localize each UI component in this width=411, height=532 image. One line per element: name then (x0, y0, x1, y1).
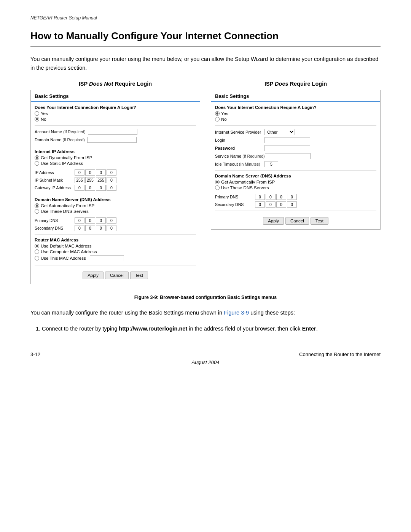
apply-button-right[interactable]: Apply (263, 217, 284, 225)
dns-auto-radio-left: Get Automatically From ISP (35, 203, 196, 208)
gateway-label: Gateway IP Address (35, 185, 75, 190)
mac-computer-icon[interactable] (35, 249, 39, 254)
pdns-box-4[interactable]: 0 (107, 217, 116, 224)
rsdns-box-3[interactable]: 0 (276, 201, 286, 208)
ip-address-row: IP Address 0 0 0 0 (35, 169, 196, 176)
dns-manual-icon-left[interactable] (35, 209, 39, 214)
ip-box-2[interactable]: 0 (85, 169, 95, 176)
isp-select[interactable]: Other (264, 129, 295, 135)
rpdns-box-1[interactable]: 0 (255, 194, 265, 200)
cancel-button-right[interactable]: Cancel (285, 217, 309, 225)
dns-section-left: Domain Name Server (DNS) Address Get Aut… (35, 197, 196, 214)
password-input[interactable] (264, 145, 310, 151)
radio-use-static-icon[interactable] (35, 161, 39, 166)
sdns-box-1[interactable]: 0 (75, 225, 84, 231)
radio-get-dynamically-icon[interactable] (35, 155, 39, 160)
dns-manual-radio-left: Use These DNS Servers (35, 209, 196, 214)
primary-dns-row-right: Primary DNS 0 0 0 0 (215, 194, 376, 200)
page-title: How to Manually Configure Your Internet … (30, 30, 381, 42)
dns-auto-radio-right: Get Automatically From ISP (215, 180, 376, 184)
sdns-box-2[interactable]: 0 (85, 225, 95, 231)
figure-right: ISP Does Require Login Basic Settings Do… (211, 81, 381, 284)
gateway-box-3[interactable]: 0 (96, 185, 106, 191)
buttons-row-right: Apply Cancel Test (215, 214, 376, 226)
mac-default-radio: Use Default MAC Address (35, 244, 196, 248)
basic-settings-box-left: Basic Settings Does Your Internet Connec… (30, 90, 200, 284)
secondary-dns-group-right: 0 0 0 0 (255, 201, 297, 208)
rpdns-box-2[interactable]: 0 (266, 194, 276, 200)
pdns-box-3[interactable]: 0 (96, 217, 106, 224)
mac-default-icon[interactable] (35, 244, 39, 248)
cancel-button-left[interactable]: Cancel (105, 272, 129, 279)
test-button-left[interactable]: Test (130, 272, 148, 279)
rsdns-box-1[interactable]: 0 (255, 201, 265, 208)
isp-row: Internet Service Provider Other (215, 129, 376, 135)
idle-timeout-input[interactable] (264, 161, 278, 167)
primary-dns-group-right: 0 0 0 0 (255, 194, 297, 200)
dns-auto-icon-left[interactable] (35, 203, 39, 208)
login-question-section-left: Does Your Internet Connection Require A … (35, 105, 196, 121)
rsdns-box-2[interactable]: 0 (266, 201, 276, 208)
secondary-dns-row-left: Secondary DNS 0 0 0 0 (35, 225, 196, 231)
subnet-mask-row: IP Subnet Mask 255 255 255 0 (35, 177, 196, 183)
dns-section-label-left: Domain Name Server (DNS) Address (35, 197, 196, 202)
rsdns-box-4[interactable]: 0 (287, 201, 297, 208)
buttons-row-left: Apply Cancel Test (35, 268, 196, 281)
login-input[interactable] (264, 137, 310, 143)
mac-this-radio: Use This MAC Address (35, 255, 196, 261)
idle-timeout-row: Idle Timeout (In Minutes) (215, 161, 376, 167)
pdns-box-2[interactable]: 0 (85, 217, 95, 224)
sdns-box-3[interactable]: 0 (96, 225, 106, 231)
radio-yes-icon-left[interactable] (35, 111, 39, 116)
subnet-box-1[interactable]: 255 (75, 177, 84, 183)
radio-yes-icon-right[interactable] (215, 111, 220, 116)
sdns-box-4[interactable]: 0 (107, 225, 116, 231)
mac-this-icon[interactable] (35, 256, 39, 260)
apply-button-left[interactable]: Apply (83, 272, 104, 279)
footer-row: 3-12 Connecting the Router to the Intern… (30, 351, 381, 357)
test-button-right[interactable]: Test (311, 217, 328, 225)
gateway-box-2[interactable]: 0 (85, 185, 95, 191)
mac-section-label: Router MAC Address (35, 238, 196, 242)
gateway-box-1[interactable]: 0 (75, 185, 84, 191)
gateway-box-4[interactable]: 0 (107, 185, 116, 191)
dns-manual-icon-right[interactable] (215, 185, 220, 190)
service-name-input[interactable] (265, 153, 311, 159)
service-name-row: Service Name (If Required) (215, 153, 376, 159)
domain-name-row: Domain Name (If Required) (35, 137, 196, 143)
password-row: Password (215, 145, 376, 151)
subnet-box-3[interactable]: 255 (96, 177, 106, 183)
ip-box-1[interactable]: 0 (75, 169, 84, 176)
primary-dns-row-left: Primary DNS 0 0 0 0 (35, 217, 196, 224)
dns-auto-icon-right[interactable] (215, 180, 220, 184)
figure-link[interactable]: Figure 3-9 (224, 310, 249, 316)
ip-address-label: IP Address (35, 170, 75, 175)
domain-name-input[interactable] (87, 137, 137, 143)
gateway-group: 0 0 0 0 (75, 185, 116, 191)
footer-right: Connecting the Router to the Internet (299, 351, 381, 357)
login-question-right: Does Your Internet Connection Require A … (215, 105, 376, 110)
account-name-input[interactable] (88, 129, 137, 135)
pdns-box-1[interactable]: 0 (75, 217, 84, 224)
subnet-box-4[interactable]: 0 (107, 177, 116, 183)
ip-box-3[interactable]: 0 (96, 169, 106, 176)
domain-name-label: Domain Name (If Required) (35, 137, 85, 142)
bs-header-left: Basic Settings (31, 90, 200, 102)
service-name-label: Service Name (If Required) (215, 154, 265, 158)
subnet-box-2[interactable]: 255 (85, 177, 95, 183)
mac-this-input[interactable] (90, 255, 124, 261)
password-label: Password (215, 146, 264, 150)
figure-left-title: ISP Does Not Require Login (30, 81, 200, 87)
bs-body-left: Does Your Internet Connection Require A … (31, 102, 200, 284)
page-wrapper: NETGEAR Router Setup Manual How to Manua… (0, 0, 411, 532)
rpdns-box-4[interactable]: 0 (287, 194, 297, 200)
gateway-row: Gateway IP Address 0 0 0 0 (35, 185, 196, 191)
radio-no-icon-right[interactable] (215, 117, 220, 121)
title-rule (30, 46, 381, 46)
radio-no-icon-left[interactable] (35, 117, 39, 121)
rpdns-box-3[interactable]: 0 (276, 194, 286, 200)
basic-settings-box-right: Basic Settings Does Your Internet Connec… (211, 90, 381, 230)
radio-yes-left: Yes (35, 111, 196, 116)
ip-box-4[interactable]: 0 (107, 169, 116, 176)
radio-no-left: No (35, 117, 196, 121)
